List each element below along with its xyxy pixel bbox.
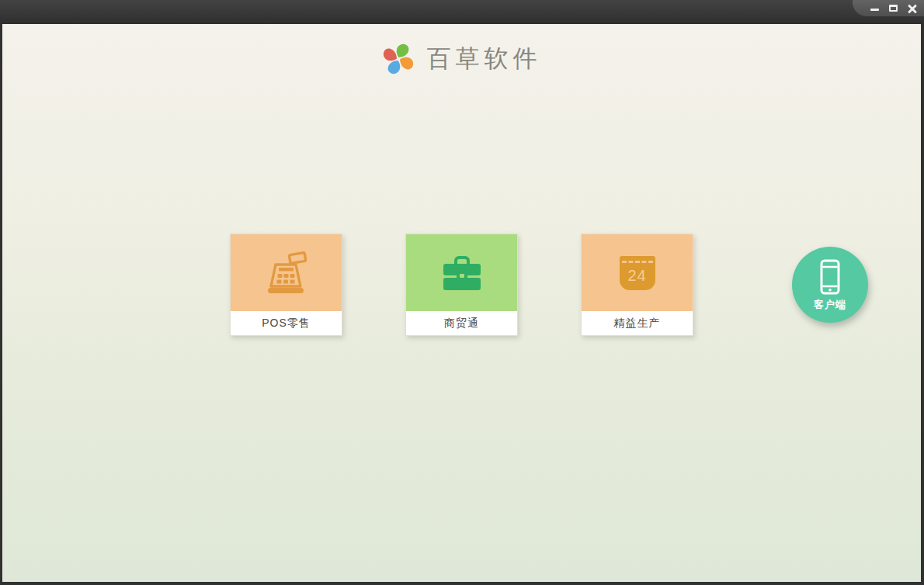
card-icon-area [231, 234, 342, 311]
card-label: POS零售 [231, 311, 342, 335]
minimize-icon [870, 9, 879, 11]
card-icon-area [406, 234, 517, 311]
restore-icon [889, 5, 898, 12]
smartphone-icon [818, 258, 842, 296]
calendar-icon: 24 [620, 256, 655, 290]
briefcase-icon [440, 255, 484, 291]
window-controls [853, 0, 924, 16]
close-button[interactable] [906, 2, 918, 14]
card-label: 精益生产 [582, 311, 693, 335]
close-icon [908, 4, 917, 13]
calendar-number: 24 [627, 267, 646, 285]
client-button[interactable]: 客户端 [792, 247, 868, 323]
calendar-tearline [622, 261, 653, 263]
brand-header: 百草软件 [2, 43, 921, 75]
product-card-trade[interactable]: 商贸通 [405, 234, 518, 336]
app-window: { "window": { "controls": [ { "id": "min… [0, 0, 924, 585]
pinwheel-logo-icon [382, 43, 415, 75]
client-button-label: 客户端 [814, 298, 846, 312]
cash-register-icon [262, 251, 311, 295]
product-card-lean[interactable]: 24 精益生产 [581, 234, 693, 336]
product-card-pos[interactable]: POS零售 [230, 234, 342, 336]
main-content: 百草软件 POS零售 [2, 24, 921, 582]
card-label: 商贸通 [406, 311, 517, 335]
restore-button[interactable] [888, 2, 899, 14]
app-title: 百草软件 [427, 43, 542, 75]
minimize-button[interactable] [869, 2, 881, 14]
card-icon-area: 24 [582, 234, 693, 311]
titlebar [0, 0, 924, 24]
